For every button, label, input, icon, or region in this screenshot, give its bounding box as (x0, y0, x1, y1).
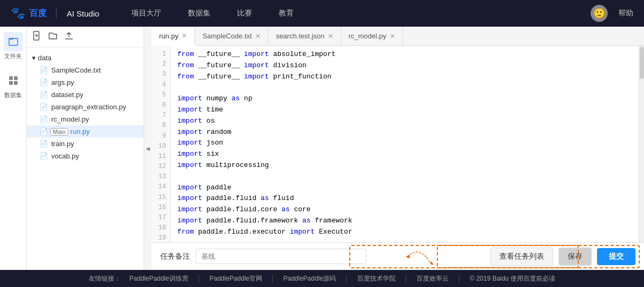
bottom-bar: 任务备注 查看任务列表 保存 提交 (152, 242, 644, 270)
main-badge: Main (50, 128, 68, 135)
new-file-icon[interactable] (32, 31, 42, 43)
svg-rect-2 (9, 76, 13, 80)
folder-data[interactable]: ▾ data (27, 52, 144, 64)
sidebar-files-icon[interactable] (4, 32, 23, 51)
nav-right: 🙂 帮助 (591, 5, 633, 22)
icon-sidebar: 文件夹 数据集 (0, 27, 27, 270)
logo-paw-icon: 🐾 (11, 6, 25, 20)
tab-searchjson[interactable]: search.test.json ✕ (269, 27, 341, 45)
tab-samplecode[interactable]: SampleCode.txt ✕ (195, 27, 269, 45)
svg-rect-3 (14, 76, 18, 80)
avatar[interactable]: 🙂 (591, 5, 608, 22)
save-button[interactable]: 保存 (559, 248, 592, 266)
nav-education[interactable]: 教育 (279, 9, 294, 18)
editor-tabs: run.py ✕ SampleCode.txt ✕ search.test.js… (152, 27, 644, 46)
tab-close-rcmodel[interactable]: ✕ (390, 33, 395, 40)
tab-close-samplecode[interactable]: ✕ (255, 33, 261, 40)
logo-studio-text: AI Studio (67, 9, 99, 18)
line-numbers: 1 2 3 4 5 6 7 8 9 10 11 12 13 14 15 16 1… (152, 46, 171, 242)
nav-projects[interactable]: 项目大厅 (131, 9, 161, 18)
file-icon: 📄 (40, 91, 48, 99)
sidebar-datasets-label: 数据集 (4, 91, 22, 99)
view-tasks-button[interactable]: 查看任务列表 (490, 248, 553, 266)
vertical-scrollbar[interactable] (639, 46, 644, 242)
file-icon: 📄 (40, 152, 48, 160)
footer-link-0[interactable]: PaddlePaddle训练营 (129, 274, 189, 283)
tab-runpy[interactable]: run.py ✕ (152, 27, 195, 46)
footer: 友情链接： PaddlePaddle训练营 │ PaddlePaddle官网 │… (0, 270, 644, 287)
task-note-label: 任务备注 (160, 252, 190, 261)
collapse-panel-arrow[interactable]: ◀ (144, 27, 152, 270)
footer-copyright: © 2019 Baidu 使用百度前必读 (470, 274, 555, 283)
new-folder-icon[interactable] (48, 31, 58, 43)
file-vocab[interactable]: 📄 vocab.py (27, 150, 144, 162)
file-runpy[interactable]: 📄 Main run.py (27, 125, 144, 138)
tab-rcmodel[interactable]: rc_model.py ✕ (341, 27, 403, 45)
footer-link-4[interactable]: 百度效率云 (417, 274, 449, 283)
sidebar-files-group[interactable]: 文件夹 (4, 32, 23, 60)
footer-link-3[interactable]: 百度技术学院 (357, 274, 396, 283)
sidebar-datasets-group[interactable]: 数据集 (4, 71, 23, 99)
footer-link-2[interactable]: PaddlePaddle源码 (284, 274, 336, 283)
file-paragraph-extraction[interactable]: 📄 paragraph_extraction.py (27, 101, 144, 113)
svg-rect-4 (9, 81, 13, 85)
file-panel: ▾ data 📄 SampleCode.txt 📄 args.py 📄 data… (27, 27, 144, 270)
file-samplecode[interactable]: 📄 SampleCode.txt (27, 64, 144, 76)
file-toolbar (27, 27, 144, 47)
svg-rect-5 (14, 81, 18, 85)
main-content: 文件夹 数据集 (0, 27, 644, 270)
file-train[interactable]: 📄 train.py (27, 138, 144, 150)
file-dataset[interactable]: 📄 dataset.py (27, 89, 144, 101)
tab-close-searchjson[interactable]: ✕ (328, 33, 333, 40)
folder-name: data (38, 54, 51, 62)
help-link[interactable]: 帮助 (618, 9, 633, 18)
file-icon: 📄 (40, 66, 48, 74)
scrollbar-thumb[interactable] (640, 47, 644, 79)
logo-divider: │ (54, 9, 59, 18)
chevron-down-icon: ▾ (32, 54, 36, 62)
file-args[interactable]: 📄 args.py (27, 76, 144, 89)
code-text[interactable]: from __future__ import absolute_import f… (171, 46, 639, 242)
nav-datasets[interactable]: 数据集 (188, 9, 210, 18)
file-icon: 📄 (40, 140, 48, 148)
logo-baidu-text: 百度 (29, 8, 46, 19)
nav-competitions[interactable]: 比赛 (237, 9, 252, 18)
upload-icon[interactable] (64, 31, 74, 43)
footer-friendship-label: 友情链接： (89, 274, 121, 283)
nav-links: 项目大厅 数据集 比赛 教育 (131, 9, 591, 18)
sidebar-datasets-icon[interactable] (4, 71, 23, 90)
editor-area: run.py ✕ SampleCode.txt ✕ search.test.js… (152, 27, 644, 270)
file-icon: 📄 (40, 127, 48, 135)
file-icon: 📄 (40, 103, 48, 111)
file-icon: 📄 (40, 115, 48, 123)
tab-close-runpy[interactable]: ✕ (182, 32, 187, 39)
code-editor[interactable]: 1 2 3 4 5 6 7 8 9 10 11 12 13 14 15 16 1… (152, 46, 644, 242)
submit-button[interactable]: 提交 (597, 248, 635, 265)
task-area: 任务备注 (160, 249, 485, 264)
logo-area: 🐾 百度 │ AI Studio (11, 6, 99, 20)
file-tree: ▾ data 📄 SampleCode.txt 📄 args.py 📄 data… (27, 47, 144, 270)
file-icon: 📄 (40, 78, 48, 86)
sidebar-files-label: 文件夹 (4, 52, 22, 60)
top-navigation: 🐾 百度 │ AI Studio 项目大厅 数据集 比赛 教育 🙂 帮助 (0, 0, 644, 27)
footer-link-1[interactable]: PaddlePaddle官网 (209, 274, 262, 283)
file-rcmodel[interactable]: 📄 rc_model.py (27, 113, 144, 125)
task-note-input[interactable] (195, 249, 366, 264)
